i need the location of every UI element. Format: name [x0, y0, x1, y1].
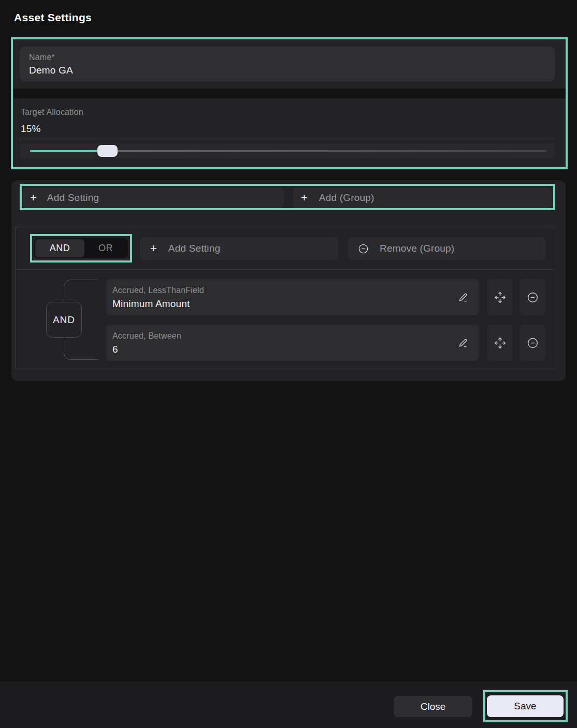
plus-icon: +: [30, 192, 37, 203]
plus-icon: +: [150, 243, 157, 254]
add-group-button[interactable]: + Add (Group): [293, 187, 552, 208]
rule-label: Accrued, Between: [112, 331, 181, 341]
rule-row[interactable]: Accrued, Between 6: [106, 325, 479, 361]
plus-icon: +: [301, 192, 308, 203]
target-allocation-slider[interactable]: [20, 143, 555, 158]
remove-row-button[interactable]: [520, 279, 545, 315]
slider-fill: [30, 150, 108, 152]
group-connector-label: AND: [46, 302, 82, 338]
close-button[interactable]: Close: [394, 696, 472, 717]
move-icon: [493, 290, 507, 304]
slider-track[interactable]: [30, 150, 546, 152]
page-title: Asset Settings: [14, 11, 92, 24]
add-group-label: Add (Group): [319, 192, 374, 203]
move-icon: [493, 336, 507, 350]
group-add-setting-button[interactable]: + Add Setting: [140, 237, 338, 260]
target-allocation-value: 15%: [21, 123, 41, 135]
rule-label: Accrued, LessThanField: [112, 286, 204, 295]
edit-pencil-icon[interactable]: [457, 337, 470, 349]
divider: [16, 269, 554, 270]
name-value: Demo GA: [29, 65, 73, 76]
operator-or-button[interactable]: OR: [84, 239, 127, 257]
slider-thumb[interactable]: [97, 145, 118, 157]
minus-circle-icon: [526, 337, 539, 350]
operator-toggle: AND OR: [34, 238, 128, 258]
asset-settings-modal: Asset Settings Name* Demo GA Target Allo…: [0, 0, 577, 728]
edit-pencil-icon[interactable]: [457, 291, 470, 303]
save-button[interactable]: Save: [487, 695, 564, 717]
remove-group-label: Remove (Group): [380, 243, 454, 254]
target-allocation-label: Target Allocation: [21, 108, 83, 117]
name-label: Name*: [29, 53, 55, 62]
add-setting-label: Add Setting: [47, 192, 99, 203]
divider: [20, 140, 555, 140]
target-allocation-section: Target Allocation 15%: [13, 98, 566, 167]
footer-bar: Close Save: [0, 681, 577, 728]
name-section: Name* Demo GA: [13, 39, 566, 89]
remove-group-button[interactable]: Remove (Group): [348, 237, 545, 260]
group-add-setting-label: Add Setting: [168, 243, 220, 254]
rule-value: 6: [112, 344, 118, 355]
remove-row-button[interactable]: [520, 325, 545, 361]
operator-and-button[interactable]: AND: [35, 239, 84, 257]
minus-circle-icon: [526, 291, 539, 304]
minus-circle-icon: [357, 243, 369, 255]
move-row-button[interactable]: [487, 279, 513, 315]
add-setting-button[interactable]: + Add Setting: [23, 187, 284, 208]
name-input[interactable]: Name* Demo GA: [20, 47, 555, 81]
rule-row[interactable]: Accrued, LessThanField Minimum Amount: [106, 279, 479, 315]
move-row-button[interactable]: [487, 325, 513, 361]
rule-value: Minimum Amount: [112, 298, 190, 310]
